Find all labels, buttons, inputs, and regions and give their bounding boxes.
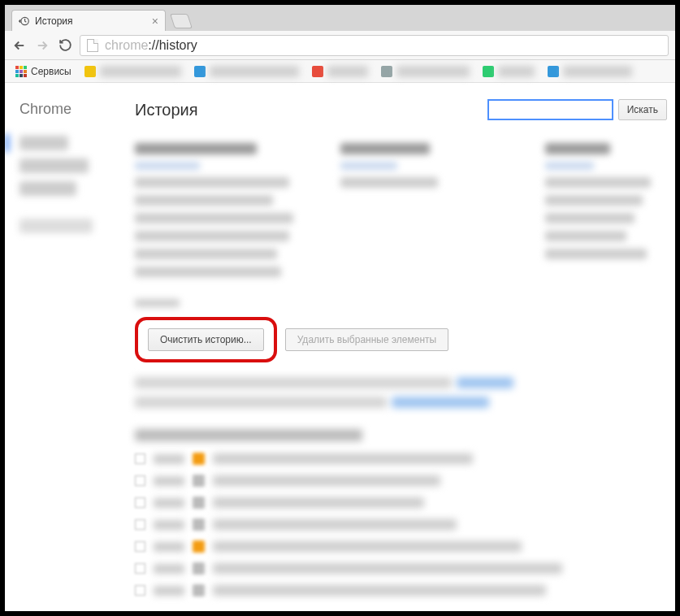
favicon-icon [193,584,205,596]
favicon-icon [193,453,205,465]
highlight-annotation: Очистить историю... [135,317,277,362]
sidebar: Chrome [5,83,127,611]
device-column [340,143,497,284]
entry-time [154,520,184,530]
history-entry[interactable] [135,475,667,487]
history-entry[interactable] [135,562,667,575]
reload-button[interactable] [57,37,73,54]
entry-time [154,586,184,596]
history-date-heading [135,429,362,441]
url-scheme: chrome [105,38,148,53]
address-bar[interactable]: chrome://history [80,35,669,56]
sidebar-item[interactable] [19,158,89,173]
search-input[interactable] [487,99,613,120]
entry-time [154,454,184,464]
apps-shortcut[interactable]: Сервисы [11,64,76,79]
entry-title [213,519,457,530]
history-entry[interactable] [135,584,667,596]
new-tab-button[interactable] [170,14,193,28]
entry-checkbox[interactable] [135,541,145,552]
action-row: Очистить историю... Удалить выбранные эл… [135,317,667,362]
bookmark-item[interactable] [190,64,303,79]
bookmark-item[interactable] [377,64,474,79]
delete-selected-button[interactable]: Удалить выбранные элементы [285,328,448,351]
history-entry[interactable] [135,518,667,531]
entry-title [213,585,546,596]
window-frame: История × chrome://history [0,0,680,616]
bookmark-item[interactable] [308,64,372,79]
entry-title [213,475,440,486]
brand-label: Chrome [19,101,127,118]
favicon-icon [193,497,205,509]
bookmarks-bar: Сервисы [5,60,675,83]
info-text [135,377,667,397]
apps-icon [15,66,27,77]
search-group: Искать [487,99,667,120]
history-entry[interactable] [135,453,667,465]
entry-time [154,564,184,574]
bookmark-item[interactable] [544,64,636,79]
history-icon [19,15,30,27]
entry-title [213,453,473,464]
page-icon [87,39,98,52]
tab-title: История [35,15,73,27]
bookmark-item[interactable] [80,64,185,79]
entry-checkbox[interactable] [135,497,145,508]
clear-history-button[interactable]: Очистить историю... [148,328,264,351]
close-icon[interactable]: × [152,15,158,27]
entry-checkbox[interactable] [135,585,145,596]
forward-button[interactable] [34,37,50,54]
favicon-icon [193,518,205,531]
entry-title [213,541,522,552]
tab-history[interactable]: История × [11,10,166,31]
history-entry[interactable] [135,497,667,509]
sidebar-item[interactable] [19,136,68,150]
entry-time [154,498,184,508]
entry-title [213,563,562,574]
entry-checkbox[interactable] [135,519,145,530]
toolbar: chrome://history [5,31,675,60]
entry-time [154,542,184,552]
browser-window: История × chrome://history [5,5,675,611]
page-title: История [135,101,198,119]
entry-title [213,497,424,508]
favicon-icon [193,562,205,575]
tab-bar: История × [5,5,675,31]
sidebar-item[interactable] [19,181,76,196]
history-entry[interactable] [135,540,667,553]
entry-checkbox[interactable] [135,563,145,574]
back-button[interactable] [11,37,28,54]
main-panel: История Искать [127,83,675,611]
url-path: ://history [148,38,197,53]
device-column [135,143,292,284]
device-column [545,143,667,284]
page-content: Chrome История Искать [5,83,675,611]
entry-time [154,476,184,486]
apps-label: Сервисы [31,66,71,77]
bookmark-item[interactable] [479,64,539,79]
header-row: История Искать [135,99,667,120]
sidebar-item[interactable] [19,219,93,233]
search-button[interactable]: Искать [618,99,667,120]
favicon-icon [193,540,205,553]
entry-checkbox[interactable] [135,453,145,464]
favicon-icon [193,475,205,487]
entry-checkbox[interactable] [135,475,145,486]
synced-devices [135,143,667,284]
info-text [135,397,667,416]
